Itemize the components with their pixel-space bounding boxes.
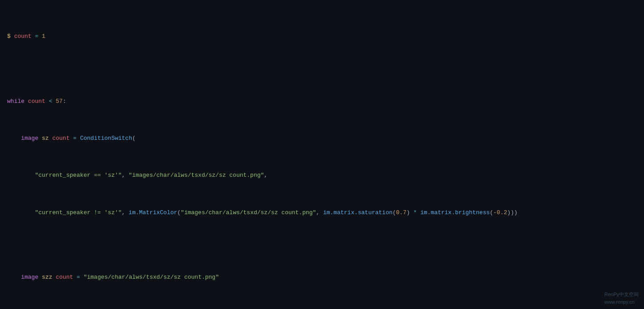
line-1: $ count = 1: [7, 32, 637, 41]
line-cs1-str2: "current_speaker != 'sz'", im.MatrixColo…: [7, 208, 637, 218]
watermark-line1: RenPy中文空间: [604, 291, 639, 299]
watermark: RenPy中文空间 www.renpy.cn: [604, 291, 639, 306]
line-image-szz: image szz count = "images/char/alws/tsxd…: [7, 273, 637, 282]
line-empty-2: [7, 236, 637, 245]
line-empty-3: [7, 301, 637, 309]
code-editor: $ count = 1 while count < 57: image sz c…: [0, 0, 644, 309]
line-cs1-str1: "current_speaker == 'sz'", "images/char/…: [7, 171, 637, 180]
watermark-line2: www.renpy.cn: [604, 298, 639, 306]
line-while: while count < 57:: [7, 97, 637, 106]
line-empty-1: [7, 60, 637, 69]
line-image-sz: image sz count = ConditionSwitch(: [7, 134, 637, 143]
